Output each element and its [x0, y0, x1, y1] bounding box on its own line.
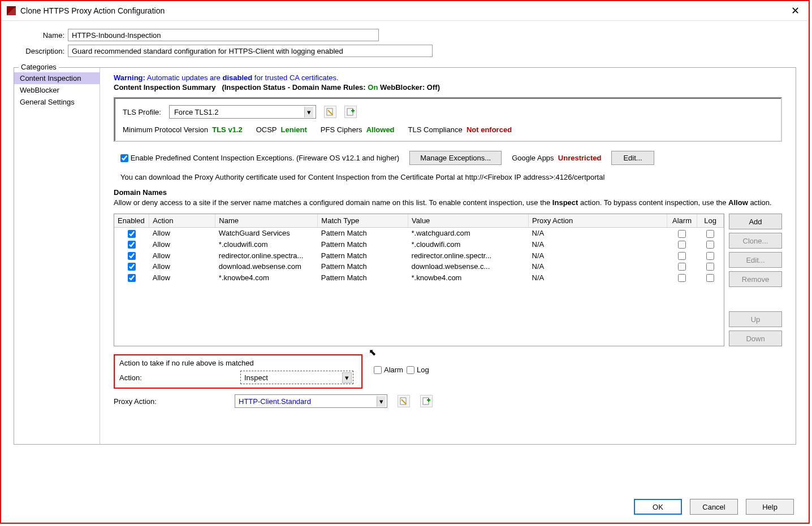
table-row[interactable]: Allowdownload.websense.comPattern Matchd… [114, 261, 724, 272]
chevron-down-icon: ▾ [342, 372, 352, 383]
categories-legend: Categories [19, 63, 59, 71]
col-proxy[interactable]: Proxy Action [529, 214, 667, 228]
proxy-action-select[interactable]: HTTP-Client.Standard ▾ [235, 394, 387, 408]
edit-button[interactable]: Edit... [729, 252, 782, 268]
chevron-down-icon: ▾ [304, 107, 313, 118]
cert-portal-info: You can download the Proxy Authority cer… [114, 173, 782, 181]
description-label: Description: [12, 47, 64, 55]
no-match-box: Action to take if no rule above is match… [114, 354, 362, 389]
exceptions-checkbox[interactable] [120, 154, 128, 162]
sidebar-item-content-inspection[interactable]: Content Inspection [14, 72, 100, 84]
log-checkbox[interactable] [407, 366, 414, 374]
row-enabled-checkbox[interactable] [128, 263, 136, 271]
exceptions-checkbox-label[interactable]: Enable Predefined Content Inspection Exc… [120, 154, 399, 163]
row-enabled-checkbox[interactable] [128, 230, 136, 238]
summary-line: Content Inspection Summary (Inspection S… [114, 83, 782, 92]
edit-proxy-icon[interactable] [398, 395, 410, 407]
clone-button[interactable]: Clone... [729, 233, 782, 249]
cancel-button[interactable]: Cancel [690, 499, 738, 515]
warning-prefix: Warning: [114, 73, 145, 82]
col-log[interactable]: Log [697, 214, 724, 228]
alarm-checkbox[interactable] [374, 366, 382, 374]
row-alarm-checkbox[interactable] [678, 274, 686, 282]
row-alarm-checkbox[interactable] [678, 241, 686, 249]
sidebar-item-general-settings[interactable]: General Settings [14, 96, 100, 108]
row-log-checkbox[interactable] [706, 230, 714, 238]
titlebar: Clone HTTPS Proxy Action Configuration ✕ [1, 1, 809, 21]
categories-sidebar: Content Inspection WebBlocker General Se… [14, 68, 100, 444]
row-alarm-checkbox[interactable] [678, 252, 686, 260]
tls-summary-box: TLS Profile: Force TLS1.2 ▾ Mi [114, 97, 782, 142]
no-match-title: Action to take if no rule above is match… [119, 359, 357, 367]
row-log-checkbox[interactable] [706, 252, 714, 260]
col-action[interactable]: Action [149, 214, 215, 228]
table-row[interactable]: Allow*.knowbe4.comPattern Match*.knowbe4… [114, 272, 724, 283]
svg-rect-1 [347, 108, 353, 115]
col-match[interactable]: Match Type [318, 214, 408, 228]
svg-rect-3 [423, 398, 429, 405]
col-enabled[interactable]: Enabled [114, 214, 149, 228]
new-tls-icon[interactable] [344, 106, 357, 118]
app-icon [7, 6, 16, 15]
proxy-action-label: Proxy Action: [114, 397, 227, 406]
table-row[interactable]: Allow*.cloudwifi.comPattern Match*.cloud… [114, 239, 724, 250]
domain-rules-table[interactable]: Enabled Action Name Match Type Value Pro… [114, 214, 724, 346]
row-enabled-checkbox[interactable] [128, 241, 136, 249]
row-log-checkbox[interactable] [706, 241, 714, 249]
help-button[interactable]: Help [746, 499, 794, 515]
up-button[interactable]: Up [729, 311, 782, 327]
edit-tls-icon[interactable] [324, 106, 336, 118]
sidebar-item-webblocker[interactable]: WebBlocker [14, 84, 100, 96]
no-match-action-select[interactable]: Inspect ▾ [240, 371, 353, 384]
domain-names-heading: Domain Names [114, 188, 782, 197]
no-match-action-label: Action: [119, 373, 232, 382]
manage-exceptions-button[interactable]: Manage Exceptions... [409, 151, 502, 165]
alarm-checkbox-label[interactable]: Alarm [374, 366, 403, 374]
tls-profile-label: TLS Profile: [123, 108, 161, 116]
name-label: Name: [12, 31, 64, 40]
row-alarm-checkbox[interactable] [678, 263, 686, 271]
col-value[interactable]: Value [408, 214, 529, 228]
description-input[interactable] [68, 45, 433, 57]
row-enabled-checkbox[interactable] [128, 252, 136, 260]
domain-names-help: Allow or deny access to a site if the se… [114, 198, 782, 208]
chevron-down-icon: ▾ [377, 396, 386, 407]
add-button[interactable]: Add [729, 214, 782, 229]
row-enabled-checkbox[interactable] [128, 274, 136, 282]
new-proxy-icon[interactable] [420, 395, 433, 407]
table-row[interactable]: AllowWatchGuard ServicesPattern Match*.w… [114, 228, 724, 239]
ok-button[interactable]: OK [634, 499, 682, 515]
row-log-checkbox[interactable] [706, 274, 714, 282]
close-icon[interactable]: ✕ [788, 5, 803, 17]
down-button[interactable]: Down [729, 331, 782, 346]
warning-text: Warning: Automatic updates are disabled … [114, 73, 782, 82]
col-name[interactable]: Name [215, 214, 318, 228]
row-alarm-checkbox[interactable] [678, 230, 686, 238]
table-row[interactable]: Allowredirector.online.spectra...Pattern… [114, 250, 724, 261]
tls-profile-select[interactable]: Force TLS1.2 ▾ [169, 105, 316, 119]
row-log-checkbox[interactable] [706, 263, 714, 271]
remove-button[interactable]: Remove [729, 271, 782, 287]
edit-google-button[interactable]: Edit... [611, 151, 654, 165]
log-checkbox-label[interactable]: Log [407, 366, 429, 374]
window-title: Clone HTTPS Proxy Action Configuration [20, 6, 788, 15]
name-input[interactable] [68, 29, 379, 41]
col-alarm[interactable]: Alarm [667, 214, 697, 228]
